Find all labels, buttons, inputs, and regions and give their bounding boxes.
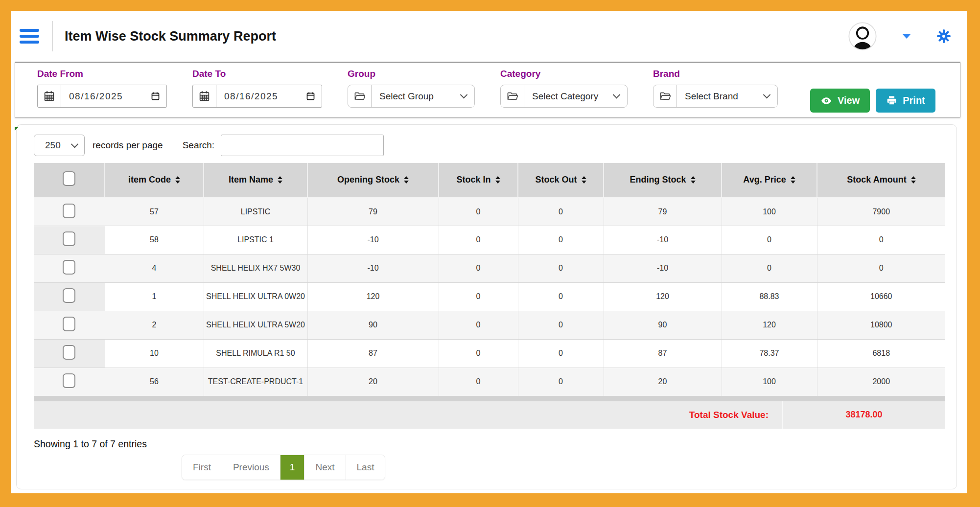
chevron-down-icon [763, 91, 771, 99]
sort-up-arrow [791, 176, 795, 179]
total-row: Total Stock Value: 38178.00 [34, 401, 945, 429]
date-picker-icon[interactable] [305, 91, 316, 101]
column-header-content: item Code [128, 175, 180, 185]
row-checkbox[interactable] [63, 345, 75, 360]
cell: 120 [722, 311, 817, 339]
column-header-opening-stock[interactable]: Opening Stock [307, 163, 439, 197]
date-picker-icon[interactable] [150, 91, 161, 101]
user-dropdown-caret-icon[interactable] [902, 34, 911, 39]
date-to-input[interactable]: 08/16/2025 [192, 85, 322, 108]
group-field: Group Select Group [348, 69, 475, 108]
brand-select[interactable]: Select Brand [653, 85, 778, 108]
category-label: Category [500, 69, 628, 79]
cell: 120 [307, 282, 439, 311]
column-header-label: Ending Stock [630, 175, 686, 185]
column-header-ending-stock[interactable]: Ending Stock [604, 163, 722, 197]
date-from-field: Date From 08/16/2025 [37, 69, 167, 108]
brand-field: Brand Select Brand [653, 69, 778, 108]
cell: 100 [722, 197, 817, 226]
cell: 0 [518, 282, 604, 311]
column-header-content: Item Name [229, 175, 282, 185]
row-checkbox[interactable] [63, 204, 75, 218]
column-header-content: Opening Stock [337, 175, 409, 185]
page-button-next[interactable]: Next [304, 455, 345, 480]
cell: 0 [439, 282, 518, 311]
page-size-select[interactable]: 250 [34, 135, 85, 156]
table-row: 2SHELL HELIX ULTRA 5W2090009012010800 [34, 311, 945, 339]
column-header-stock-amount[interactable]: Stock Amount [817, 163, 945, 197]
cell: 0 [518, 311, 604, 339]
cell: -10 [604, 254, 722, 282]
sort-down-arrow [911, 181, 916, 184]
checkbox-cell [34, 282, 105, 311]
sort-down-arrow [404, 181, 409, 184]
user-avatar[interactable] [848, 22, 877, 50]
column-header-label: Item Name [229, 175, 273, 185]
sort-icon [582, 176, 586, 184]
cell: TEST-CREATE-PRDUCT-1 [204, 368, 307, 396]
date-from-value: 08/16/2025 [61, 91, 150, 102]
cell: 10 [105, 339, 204, 368]
horizontal-scrollbar-track[interactable] [34, 396, 945, 401]
view-button[interactable]: View [810, 89, 870, 113]
cell: -10 [307, 254, 439, 282]
category-select[interactable]: Select Category [500, 85, 628, 108]
open-folder-icon [501, 85, 524, 107]
category-select-value: Select Category [524, 91, 614, 102]
column-header-item-code[interactable]: item Code [105, 163, 204, 197]
row-checkbox[interactable] [63, 260, 75, 275]
app-page: Item Wise Stock Summary Report [11, 11, 967, 493]
page-button-1[interactable]: 1 [280, 455, 304, 480]
row-checkbox[interactable] [63, 373, 75, 388]
table-row: 58LIPSTIC 1-1000-1000 [34, 226, 945, 254]
select-all-header-cell [34, 163, 105, 197]
cell: 87 [604, 339, 722, 368]
row-checkbox[interactable] [63, 288, 75, 303]
group-label: Group [348, 69, 475, 79]
cell: SHELL HELIX HX7 5W30 [204, 254, 307, 282]
window-frame: Item Wise Stock Summary Report [0, 0, 980, 507]
column-header-stock-in[interactable]: Stock In [439, 163, 518, 197]
group-select[interactable]: Select Group [348, 85, 475, 108]
total-stock-value-label: Total Stock Value: [689, 410, 782, 420]
column-header-content: Stock In [456, 175, 500, 185]
search-input[interactable] [221, 135, 384, 156]
sort-down-arrow [791, 181, 795, 184]
column-header-label: Opening Stock [337, 175, 399, 185]
date-from-input[interactable]: 08/16/2025 [37, 85, 167, 108]
page-size-value: 250 [45, 140, 61, 151]
date-from-label: Date From [37, 69, 167, 79]
cell: 20 [604, 368, 722, 396]
report-card: 250 records per page Search: item CodeIt… [16, 124, 957, 489]
row-checkbox[interactable] [63, 317, 75, 331]
settings-gear-icon[interactable] [936, 29, 951, 44]
column-header-item-name[interactable]: Item Name [204, 163, 307, 197]
cell: 0 [439, 197, 518, 226]
search-label: Search: [183, 140, 214, 151]
stock-summary-table: item CodeItem NameOpening StockStock InS… [34, 163, 945, 396]
column-header-label: Stock Amount [847, 175, 906, 185]
page-button-previous[interactable]: Previous [222, 455, 280, 480]
cell: SHELL RIMULA R1 50 [204, 339, 307, 368]
print-button[interactable]: Print [876, 89, 935, 113]
hamburger-menu-icon[interactable] [20, 29, 39, 44]
page-button-last[interactable]: Last [346, 455, 385, 480]
sort-up-arrow [495, 176, 500, 179]
cell: SHELL HELIX ULTRA 5W20 [204, 311, 307, 339]
cell: 58 [105, 226, 204, 254]
cell: 20 [307, 368, 439, 396]
page-button-first[interactable]: First [182, 455, 222, 480]
cell: LIPSTIC 1 [204, 226, 307, 254]
brand-select-value: Select Brand [677, 91, 764, 102]
sort-down-arrow [278, 181, 282, 184]
column-header-stock-out[interactable]: Stock Out [518, 163, 604, 197]
open-folder-icon [348, 85, 372, 107]
checkbox-cell [34, 197, 105, 226]
cell: 4 [105, 254, 204, 282]
row-checkbox[interactable] [63, 171, 75, 186]
cell: 79 [307, 197, 439, 226]
row-checkbox[interactable] [63, 231, 75, 246]
column-header-avg-price[interactable]: Avg. Price [722, 163, 817, 197]
sort-up-arrow [278, 176, 282, 179]
cell: 6818 [817, 339, 945, 368]
